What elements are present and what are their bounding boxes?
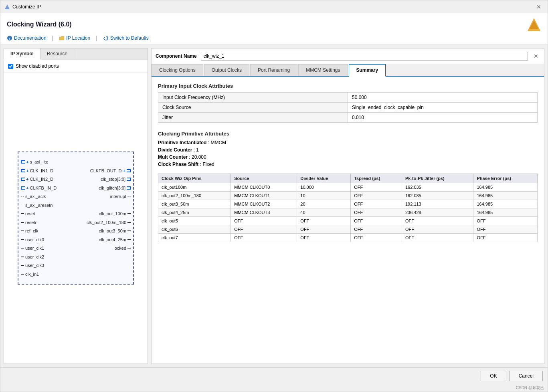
jitter-label: Jitter <box>158 113 348 123</box>
primitive-section: Primitive Instantiated : MMCM Divide Cou… <box>158 140 538 167</box>
port-row-reset: reset clk_out_100m <box>18 210 133 218</box>
table-cell: OFF <box>351 234 402 242</box>
tab-port-renaming[interactable]: Port Renaming <box>250 64 297 76</box>
port-ref-clk: ref_clk <box>21 228 38 234</box>
tab-clocking-options[interactable]: Clocking Options <box>152 64 203 76</box>
bus-connector-left4 <box>21 186 25 190</box>
primary-input-section-title: Primary Input Clock Attributes <box>158 83 538 89</box>
port-clk-stop: clk_stop[3:0] <box>101 176 131 183</box>
col-header-phase-error: Phase Error (ps) <box>473 174 538 183</box>
folder-icon <box>59 36 65 40</box>
port-row-userclk2: user_clk2 <box>18 253 133 261</box>
ip-symbol-area: + s_axi_lite + CLK_IN1_D <box>4 73 148 364</box>
table-cell: OFF <box>231 234 297 242</box>
component-name-input[interactable] <box>201 52 528 61</box>
port-clkfb-ind: + CLKFB_IN_D <box>21 185 57 192</box>
port-saxi-aresetn: s_axi_aresetn <box>21 202 53 209</box>
table-cell: OFF <box>402 217 473 225</box>
switch-defaults-button[interactable]: Switch to Defaults <box>103 35 149 41</box>
divide-counter-label: Divide Counter <box>158 147 192 153</box>
table-cell: MMCM CLKOUT0 <box>231 183 297 192</box>
table-cell: clk_out4_25m <box>158 208 231 217</box>
title-bar-left: Customize IP <box>4 4 41 10</box>
watermark: CSDN @坏花己 <box>0 384 548 392</box>
table-row: Clock Source Single_ended_clock_capable_… <box>158 103 538 113</box>
separator1: | <box>52 35 54 41</box>
port-clkfb-out: CLKFB_OUT_D + <box>90 168 131 174</box>
table-cell: MMCM CLKOUT3 <box>231 208 297 217</box>
tab-summary[interactable]: Summary <box>349 64 386 77</box>
bus-connector-right3 <box>127 186 131 190</box>
col-header-wiz-pins: Clock Wiz O/p Pins <box>158 174 231 183</box>
port-user-clk3: user_clk3 <box>21 262 44 269</box>
cancel-button[interactable]: Cancel <box>510 371 543 381</box>
table-cell: 10.000 <box>297 183 351 192</box>
show-disabled-label: Show disabled ports <box>16 63 59 69</box>
content-area: IP Symbol Resource Show disabled ports <box>0 45 548 367</box>
table-cell: OFF <box>402 225 473 234</box>
clock-source-label: Clock Source <box>158 103 348 113</box>
port-locked: locked <box>113 245 131 252</box>
table-row: clk_out3_50mMMCM CLKOUT220OFF192.113164.… <box>158 200 538 208</box>
switch-defaults-label: Switch to Defaults <box>110 35 149 41</box>
table-cell: 164.985 <box>473 208 538 217</box>
bus-connector-left2 <box>21 169 25 172</box>
ok-button[interactable]: OK <box>481 371 506 381</box>
summary-content: Primary Input Clock Attributes Input Clo… <box>152 77 544 364</box>
port-saxi-aclk: s_axi_aclk <box>21 193 46 200</box>
port-row-saxi: + s_axi_lite <box>18 158 133 166</box>
table-cell: OFF <box>297 225 351 234</box>
clocking-primitive-title: Clocking Primitive Attributes <box>158 131 538 137</box>
table-cell: 164.985 <box>473 192 538 200</box>
table-cell: clk_out7 <box>158 234 231 242</box>
primary-input-table: Input Clock Frequency (MHz) 50.000 Clock… <box>158 92 538 123</box>
port-s_axi_lite: + s_axi_lite <box>21 159 48 166</box>
table-row: clk_out6OFFOFFOFFOFFOFF <box>158 225 538 234</box>
mult-counter-label: Mult Counter <box>158 154 188 160</box>
port-user-clk1: user_clk1 <box>21 245 44 252</box>
tab-ip-symbol[interactable]: IP Symbol <box>4 48 40 60</box>
col-header-source: Source <box>231 174 297 183</box>
table-cell: OFF <box>473 217 538 225</box>
left-panel: IP Symbol Resource Show disabled ports <box>4 48 148 364</box>
table-cell: 164.985 <box>473 200 538 208</box>
prim-line-instantiated: Primitive Instantiated : MMCM <box>158 140 538 145</box>
table-cell: MMCM CLKOUT2 <box>231 200 297 208</box>
table-row: clk_out5OFFOFFOFFOFFOFF <box>158 217 538 225</box>
table-cell: OFF <box>473 234 538 242</box>
title-text: Customize IP <box>12 4 41 10</box>
input-freq-value: 50.000 <box>348 93 538 103</box>
table-cell: OFF <box>473 225 538 234</box>
tab-output-clocks[interactable]: Output Clocks <box>204 64 249 76</box>
port-row-userclk3: user_clk3 <box>18 261 133 270</box>
table-header-row: Clock Wiz O/p Pins Source Divider Value … <box>158 174 538 183</box>
table-cell: 236.428 <box>402 208 473 217</box>
show-disabled-checkbox[interactable] <box>8 64 13 69</box>
svg-text:i: i <box>9 36 10 40</box>
table-cell: clk_out100m <box>158 183 231 192</box>
tab-resource[interactable]: Resource <box>40 48 74 60</box>
clear-component-name-button[interactable]: ✕ <box>532 53 540 59</box>
port-interrupt: interrupt <box>110 193 131 200</box>
bus-connector-left <box>21 160 25 164</box>
documentation-button[interactable]: i Documentation <box>7 35 47 41</box>
ip-location-label: IP Location <box>66 35 90 41</box>
ip-location-button[interactable]: IP Location <box>59 35 90 41</box>
port-row-saxiaresetn: s_axi_aresetn <box>18 201 133 210</box>
prim-line-phase: Clock Phase Shift : Fixed <box>158 162 538 167</box>
bus-connector-right <box>127 169 131 172</box>
title-bar: Customize IP ✕ <box>0 0 548 13</box>
table-cell: 162.035 <box>402 183 473 192</box>
clock-phase-label: Clock Phase Shift <box>158 162 198 167</box>
svg-marker-0 <box>5 4 10 9</box>
table-cell: OFF <box>351 208 402 217</box>
jitter-value: 0.010 <box>348 113 538 123</box>
tab-mmcm-settings[interactable]: MMCM Settings <box>298 64 348 76</box>
mult-counter-value: 20.000 <box>192 154 206 160</box>
col-header-divider: Divider Value <box>297 174 351 183</box>
bus-connector-left3 <box>21 178 25 181</box>
table-cell: 164.985 <box>473 183 538 192</box>
close-button[interactable]: ✕ <box>534 3 544 11</box>
col-header-pk-jitter: Pk-to-Pk Jitter (ps) <box>402 174 473 183</box>
input-freq-label: Input Clock Frequency (MHz) <box>158 93 348 103</box>
